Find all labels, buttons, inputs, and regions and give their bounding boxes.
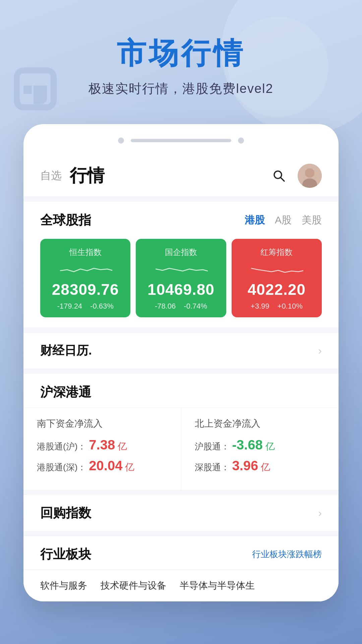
phone-status-bar (131, 139, 231, 142)
hsg-south-unit2: 亿 (125, 461, 134, 474)
card-value-hscei: 10469.80 (144, 280, 218, 299)
financial-calendar-chevron: › (318, 344, 322, 357)
global-index-section: 全球股指 港股 A股 美股 恒生指数 28309.76 (23, 202, 339, 327)
hsg-north-title: 北上资金净流入 (195, 417, 325, 430)
market-tabs: 港股 A股 美股 (245, 213, 322, 227)
industry-header: 行业板块 行业板块涨跌幅榜 (23, 536, 339, 570)
index-card-hcci[interactable]: 红筹指数 4022.20 +3.99 +0.10% (232, 239, 322, 317)
nav-main-title: 行情 (70, 164, 105, 187)
card-label-hsi: 恒生指数 (48, 247, 122, 258)
hsg-north-label2: 深股通： (195, 462, 230, 473)
industry-tag[interactable]: 行业板块涨跌幅榜 (252, 548, 322, 560)
phone-wrapper: 自选 行情 (0, 117, 362, 601)
nav-header: 自选 行情 (23, 154, 339, 196)
buyback-title: 回购指数 (40, 504, 91, 522)
phone-dot-left (118, 138, 124, 144)
card-change1-hscei: -78.06 (155, 302, 176, 311)
card-value-hsi: 28309.76 (48, 280, 122, 299)
card-label-hscei: 国企指数 (144, 247, 218, 258)
card-changes-hscei: -78.06 -0.74% (144, 302, 218, 311)
industry-items: 软件与服务 技术硬件与设备 半导体与半导体生 (23, 570, 339, 601)
app-content: 自选 行情 (23, 154, 339, 601)
card-change2-hcci: +0.10% (278, 302, 303, 311)
card-change1-hsi: -179.24 (57, 302, 82, 311)
industry-item-0[interactable]: 软件与服务 (40, 579, 87, 592)
card-value-hcci: 4022.20 (240, 280, 314, 299)
hsg-south-row2: 港股通(深)： 20.04 亿 (37, 458, 168, 474)
tab-a[interactable]: A股 (275, 213, 292, 227)
tab-us[interactable]: 美股 (302, 213, 322, 227)
hsg-section: 沪深港通 南下资金净流入 港股通(沪)： 7.38 亿 港股通(深)： 20.0… (23, 374, 339, 490)
svg-point-4 (305, 168, 314, 178)
industry-item-2[interactable]: 半导体与半导体生 (180, 579, 255, 592)
sparkline-hscei (154, 262, 208, 276)
global-index-header: 全球股指 港股 A股 美股 (23, 202, 339, 235)
hsg-north-value1: -3.68 (232, 437, 263, 452)
phone-top-bar (23, 138, 339, 154)
avatar[interactable] (298, 164, 322, 188)
card-changes-hcci: +3.99 +0.10% (240, 302, 314, 311)
hsg-north-unit2: 亿 (261, 461, 270, 474)
card-change1-hcci: +3.99 (251, 302, 269, 311)
tab-hk[interactable]: 港股 (245, 213, 265, 227)
card-label-hcci: 红筹指数 (240, 247, 314, 258)
hsg-south-label1: 港股通(沪)： (37, 441, 86, 452)
phone-dot-right (238, 138, 244, 144)
financial-calendar-title: 财经日历. (40, 342, 92, 359)
index-card-hsi[interactable]: 恒生指数 28309.76 -179.24 -0.63% (40, 239, 130, 317)
financial-calendar-row[interactable]: 财经日历. › (23, 333, 339, 368)
hsg-grid: 南下资金净流入 港股通(沪)： 7.38 亿 港股通(深)： 20.04 亿 (23, 408, 339, 490)
index-card-hscei[interactable]: 国企指数 10469.80 -78.06 -0.74% (136, 239, 226, 317)
buyback-section[interactable]: 回购指数 › (23, 495, 339, 531)
hsg-north-row2: 深股通： 3.96 亿 (195, 458, 325, 474)
hsg-north-unit1: 亿 (265, 440, 275, 453)
industry-section: 行业板块 行业板块涨跌幅榜 软件与服务 技术硬件与设备 半导体与半导体生 (23, 536, 339, 601)
industry-title: 行业板块 (40, 546, 91, 563)
hsg-south-title: 南下资金净流入 (37, 417, 168, 430)
industry-item-1[interactable]: 技术硬件与设备 (101, 579, 166, 592)
search-icon (272, 168, 286, 183)
svg-line-2 (281, 177, 284, 181)
hsg-north-label1: 沪股通： (195, 441, 230, 452)
sparkline-hsi (59, 262, 112, 276)
index-cards: 恒生指数 28309.76 -179.24 -0.63% 国企指数 (23, 235, 339, 327)
nav-right (270, 164, 322, 188)
hero-section: 市场行情 极速实时行情，港股免费level2 (0, 0, 362, 117)
hero-subtitle: 极速实时行情，港股免费level2 (13, 80, 349, 97)
card-change2-hscei: -0.74% (184, 302, 207, 311)
buyback-chevron: › (318, 507, 322, 519)
card-change2-hsi: -0.63% (90, 302, 114, 311)
hsg-south-row1: 港股通(沪)： 7.38 亿 (37, 437, 168, 453)
search-button[interactable] (270, 167, 288, 184)
hsg-north-value2: 3.96 (232, 458, 258, 473)
hsg-south-unit1: 亿 (118, 440, 127, 453)
hsg-south-col: 南下资金净流入 港股通(沪)： 7.38 亿 港股通(深)： 20.04 亿 (23, 408, 181, 490)
sparkline-hcci (250, 262, 303, 276)
hsg-south-value1: 7.38 (89, 437, 115, 452)
card-changes-hsi: -179.24 -0.63% (48, 302, 122, 311)
hsg-south-value2: 20.04 (89, 458, 122, 473)
hsg-south-label2: 港股通(深)： (37, 462, 86, 473)
nav-zixuan-label[interactable]: 自选 (40, 168, 62, 183)
financial-calendar-section: 财经日历. › (23, 333, 339, 368)
hsg-north-row1: 沪股通： -3.68 亿 (195, 437, 325, 453)
hsg-title: 沪深港通 (23, 374, 339, 408)
hsg-north-col: 北上资金净流入 沪股通： -3.68 亿 深股通： 3.96 亿 (181, 408, 339, 490)
phone-mockup: 自选 行情 (23, 124, 339, 601)
hero-title: 市场行情 (13, 34, 349, 73)
nav-left: 自选 行情 (40, 164, 105, 187)
avatar-image (298, 164, 322, 188)
global-index-title: 全球股指 (40, 212, 91, 229)
